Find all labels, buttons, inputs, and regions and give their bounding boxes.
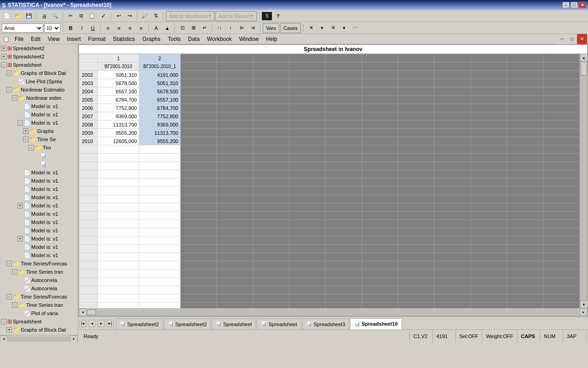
font-color-button[interactable]: A — [151, 23, 161, 33]
tree-expand-g1[interactable]: + — [23, 128, 28, 134]
tree-item-ss2b[interactable]: +⊞Spreadsheet2 — [0, 52, 78, 61]
tree-expand-gbd1[interactable]: - — [6, 70, 12, 76]
table-scroll[interactable]: 1 2 — [79, 54, 580, 308]
hscroll-right[interactable]: ▸ — [580, 309, 587, 316]
col-header-12[interactable] — [507, 54, 543, 63]
cut-button[interactable]: ✂ — [65, 11, 75, 21]
tree-item-ss3[interactable]: -⊞Spreadsheet — [0, 317, 78, 326]
col-header-8[interactable] — [362, 54, 398, 63]
cell-2004-1[interactable]: 6557,100 — [98, 87, 139, 96]
tree-item-m3[interactable]: -📄Model is: v1 — [0, 119, 78, 127]
tree-expand-m5[interactable] — [17, 178, 23, 184]
tree-expand-m2[interactable] — [17, 112, 23, 117]
tree-item-ss[interactable]: -⊞Spreadsheet — [0, 61, 78, 69]
tree-item-pv1[interactable]: 📈Plot of varia — [0, 309, 78, 317]
tree-item-m2[interactable]: 📄Model is: v1 — [0, 110, 78, 119]
number-format2[interactable]: ↕ — [226, 23, 236, 33]
print-button[interactable]: 🖨 — [39, 11, 49, 21]
copy-button[interactable]: ⧉ — [76, 11, 86, 21]
cell-2008-1[interactable]: 11313,700 — [98, 121, 139, 129]
tree-expand-ss2a[interactable]: + — [1, 46, 6, 51]
vscroll-track[interactable] — [580, 61, 587, 301]
menu-view[interactable]: View — [44, 34, 63, 44]
inner-close-button[interactable]: ✕ — [577, 34, 587, 44]
cell-2004-2[interactable]: 5678,500 — [139, 87, 181, 96]
col-header-1[interactable]: 1 — [98, 54, 139, 63]
cell-2002-2[interactable]: 4191,000 — [139, 71, 181, 79]
tree-expand-ss3[interactable]: - — [1, 319, 6, 324]
tree-hscroll-track[interactable] — [7, 336, 70, 342]
col-header-7[interactable] — [326, 54, 362, 63]
misc1-button[interactable]: ✕ — [306, 23, 316, 33]
macro-button[interactable]: S — [262, 12, 272, 20]
tree-item-ac2[interactable]: 📈Autocorrela — [0, 284, 78, 293]
tree-item-tsf1[interactable]: -📁Time Series/Forecas — [0, 259, 78, 268]
tree-hscroll-right[interactable]: ▸ — [70, 335, 78, 343]
col-header-10[interactable] — [435, 54, 471, 63]
minimize-button[interactable]: ─ — [562, 2, 570, 8]
menu-file[interactable]: File — [11, 34, 27, 44]
col-header-9[interactable] — [398, 54, 435, 63]
tab-nav-next[interactable]: ▸ — [97, 320, 105, 327]
tree-item-tst2[interactable]: -📁Time Series tran — [0, 301, 78, 309]
cell-2010-1[interactable]: 12605,000 — [98, 137, 139, 145]
misc4-button[interactable]: ▼ — [339, 23, 349, 33]
tree-item-tsf2[interactable]: -📁Time Series/Forecas — [0, 293, 78, 301]
cell-2003-2[interactable]: 5051,310 — [139, 79, 181, 87]
tree-expand-m10[interactable] — [17, 219, 23, 225]
spellcheck-button[interactable]: ✓ — [98, 11, 108, 21]
tree-item-m13[interactable]: 📄Model is: v1 — [0, 243, 78, 251]
tab-spreadsheetB[interactable]: 📊 Spreadsheet — [257, 318, 301, 329]
hscroll-left[interactable]: ◂ — [79, 309, 86, 316]
tree-expand-tst1[interactable]: - — [12, 269, 17, 275]
close-button[interactable]: ✕ — [579, 2, 586, 8]
tab-nav-first[interactable]: |◂ — [79, 320, 86, 327]
number-format1[interactable]: ↑↓ — [215, 23, 225, 33]
help-button[interactable]: ? — [273, 11, 283, 21]
col-header-2[interactable]: 2 — [139, 54, 181, 63]
tab-spreadsheetA[interactable]: 📊 Spreadsheet — [212, 318, 256, 329]
tree-view[interactable]: +⊞Spreadsheet2+⊞Spreadsheet2-⊞Spreadshee… — [0, 44, 78, 335]
misc5-button[interactable]: ⋯ — [350, 23, 360, 33]
hscroll-track[interactable] — [86, 309, 580, 316]
hscroll-thumb[interactable] — [87, 310, 96, 315]
cell-2002-1[interactable]: 5051,310 — [98, 71, 139, 79]
tree-item-tst1[interactable]: -📁Time Series tran — [0, 268, 78, 276]
col-header-3[interactable] — [181, 54, 217, 63]
cell-2006-1[interactable]: 7752,800 — [98, 104, 139, 112]
paste-button[interactable]: 📋 — [87, 11, 97, 21]
inner-min-button[interactable]: ─ — [557, 34, 567, 44]
tree-item-m5[interactable]: 📄Model is: v1 — [0, 177, 78, 185]
tree-item-m4[interactable]: 📄Model is: v1 — [0, 168, 78, 177]
tree-expand-nle1[interactable]: - — [6, 87, 12, 92]
menu-workbook[interactable]: Workbook — [204, 34, 236, 44]
col-header-11[interactable] — [471, 54, 507, 63]
tree-item-m11[interactable]: 📄Model is: v1 — [0, 226, 78, 235]
menu-data[interactable]: Data — [184, 34, 203, 44]
tab-spreadsheet3[interactable]: 📊 Spreadsheet3 — [302, 318, 350, 329]
tree-expand-ac2[interactable] — [17, 286, 23, 291]
open-button[interactable]: 📂 — [13, 11, 23, 21]
tree-expand-m11[interactable] — [17, 228, 23, 233]
menu-help[interactable]: Help — [262, 34, 281, 44]
tree-expand-m13[interactable] — [17, 244, 23, 250]
menu-graphs[interactable]: Graphs — [139, 34, 164, 44]
menu-edit[interactable]: Edit — [27, 34, 44, 44]
tree-item-m7[interactable]: 📄Model is: v1 — [0, 193, 78, 201]
inner-max-button[interactable]: □ — [567, 34, 577, 44]
col-header-13[interactable] — [543, 54, 580, 63]
tree-expand-gbd2[interactable]: + — [6, 327, 12, 333]
tree-expand-m3[interactable]: - — [17, 120, 23, 126]
tree-item-gbd1[interactable]: -📁Graphs of Block Dat — [0, 69, 78, 77]
tree-expand-tst2[interactable]: - — [12, 302, 17, 308]
tree-item-m9[interactable]: 📄Model is: v1 — [0, 210, 78, 218]
tree-expand-ss2b[interactable]: + — [1, 54, 6, 59]
tree-expand-ts_icon1[interactable] — [34, 153, 40, 159]
vscroll-up[interactable]: ▲ — [580, 54, 587, 61]
tree-item-ts_icon1[interactable]: 📊 — [0, 152, 78, 160]
menu-window[interactable]: Window — [235, 34, 262, 44]
tree-expand-m9[interactable] — [17, 211, 23, 217]
tab-spreadsheet10[interactable]: 📊 Spreadsheet10 — [350, 318, 401, 329]
cell-2009-1[interactable]: 9555,200 — [98, 129, 139, 137]
redo-button[interactable]: ↪ — [124, 11, 135, 21]
